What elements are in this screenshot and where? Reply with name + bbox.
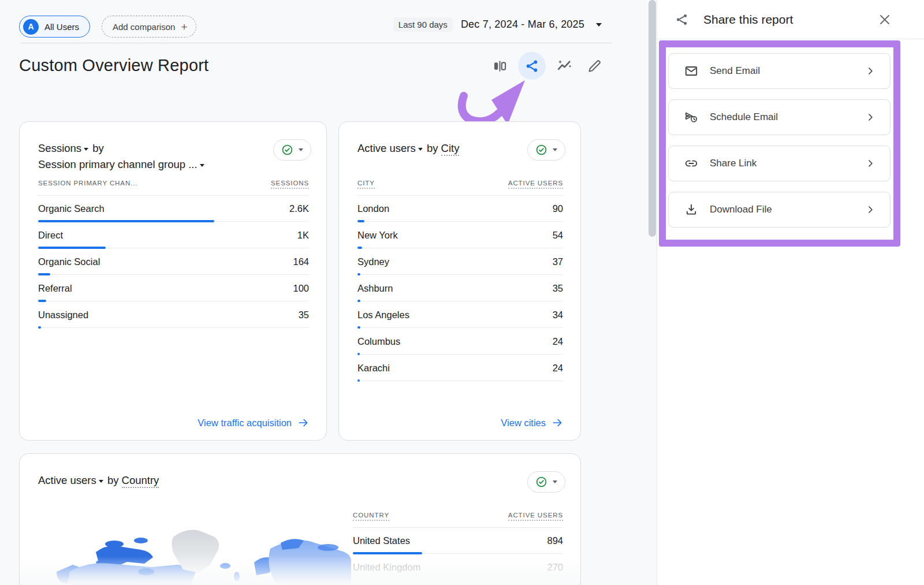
row-value: 24: [553, 363, 563, 374]
chevron-right-icon: [865, 65, 876, 77]
table-row[interactable]: Direct1K: [38, 222, 309, 249]
value-bar: [38, 273, 309, 275]
row-value: 54: [553, 230, 563, 241]
value-bar: [357, 220, 563, 222]
share-icon: [675, 12, 690, 27]
value-bar: [357, 247, 563, 249]
data-quality-pill[interactable]: [527, 139, 565, 161]
table-row[interactable]: Sydney37: [357, 249, 563, 275]
card-title[interactable]: Sessions by Session primary channel grou…: [38, 140, 206, 173]
all-users-segment-chip[interactable]: A All Users: [19, 16, 90, 38]
close-icon[interactable]: [878, 13, 892, 27]
download-file-option[interactable]: Download File: [668, 192, 891, 228]
card-title[interactable]: Active users by City: [357, 140, 459, 157]
row-label: United Kingdom: [353, 562, 420, 573]
data-quality-pill[interactable]: [273, 139, 311, 161]
active-users-by-city-card: Active users by City CITY ACTIVE USERS L…: [338, 121, 581, 441]
share-link-option[interactable]: Share Link: [668, 146, 891, 181]
view-traffic-acquisition-link[interactable]: View traffic acquisition: [198, 417, 309, 428]
row-label: Organic Search: [38, 203, 105, 214]
view-cities-link[interactable]: View cities: [501, 417, 563, 428]
row-label: Organic Social: [38, 256, 100, 267]
active-users-by-country-card: Active users by Country: [19, 453, 581, 585]
column-headers: SESSION PRIMARY CHAN... SESSIONS: [38, 180, 309, 189]
table-row[interactable]: London90: [357, 196, 563, 222]
row-value: 24: [553, 336, 563, 347]
row-value: 90: [553, 203, 563, 214]
data-quality-pill[interactable]: [527, 471, 565, 493]
table-row[interactable]: United Kingdom270: [353, 554, 563, 581]
sessions-by-channel-card: Sessions by Session primary channel grou…: [19, 121, 327, 441]
edit-report-button[interactable]: [583, 54, 606, 77]
table-row[interactable]: Los Angeles34: [357, 302, 563, 329]
date-range-picker[interactable]: Last 90 days Dec 7, 2024 - Mar 6, 2025: [393, 17, 602, 32]
plus-icon: +: [181, 21, 187, 32]
schedule-email-option[interactable]: Schedule Email: [668, 99, 891, 135]
value-bar: [38, 247, 309, 249]
sessions-table: Organic Search2.6KDirect1KOrganic Social…: [38, 196, 309, 329]
send-email-option[interactable]: Send Email: [668, 53, 891, 89]
chevron-down-icon: [418, 148, 423, 151]
row-value: 100: [293, 283, 309, 294]
row-value: 35: [553, 283, 563, 294]
sortable-column[interactable]: ACTIVE USERS: [508, 512, 563, 521]
date-range-text: Dec 7, 2024 - Mar 6, 2025: [461, 18, 584, 31]
segment-label: All Users: [44, 22, 79, 32]
panel-header: Share this report: [657, 0, 924, 39]
table-row[interactable]: Organic Search2.6K: [38, 196, 309, 222]
table-row[interactable]: Ashburn35: [357, 275, 563, 302]
table-row[interactable]: Organic Social164: [38, 249, 309, 275]
table-row[interactable]: Unassigned35: [38, 302, 309, 329]
row-label: Sydney: [357, 256, 389, 267]
row-value: 34: [553, 310, 563, 321]
value-bar: [357, 273, 563, 275]
annotation-highlight-box: Send EmailSchedule EmailShare LinkDownlo…: [659, 40, 900, 247]
chevron-down-icon: [99, 480, 103, 483]
value-bar: [38, 300, 309, 302]
chevron-down-icon: [553, 148, 557, 151]
panel-title: Share this report: [703, 13, 793, 27]
row-label: Unassigned: [38, 310, 88, 321]
add-comparison-button[interactable]: Add comparison +: [102, 16, 196, 38]
sortable-column[interactable]: CITY: [357, 180, 375, 189]
comparison-toggle-button[interactable]: [488, 54, 511, 77]
row-value: 2.6K: [289, 203, 309, 214]
share-report-button[interactable]: [518, 52, 546, 80]
check-circle-icon: [535, 476, 547, 488]
value-bar: [357, 353, 563, 355]
date-preset-badge: Last 90 days: [393, 17, 453, 32]
row-label: United States: [353, 535, 410, 546]
table-row[interactable]: United States894: [353, 528, 563, 554]
row-label: London: [357, 203, 389, 214]
option-label: Schedule Email: [710, 111, 778, 123]
toolbar-divider: [20, 43, 612, 43]
card-title[interactable]: Active users by Country: [38, 472, 159, 489]
table-row[interactable]: Referral100: [38, 275, 309, 302]
row-value: 270: [547, 562, 563, 573]
row-label: Los Angeles: [357, 310, 409, 321]
share-report-panel: Share this report Send EmailSchedule Ema…: [657, 0, 924, 585]
comparison-icon: [492, 58, 508, 74]
check-circle-icon: [281, 144, 293, 156]
sortable-column[interactable]: SESSIONS: [271, 180, 309, 189]
table-row[interactable]: Karachi24: [357, 355, 563, 382]
share-icon: [524, 58, 540, 74]
ga4-report-screen: A All Users Add comparison + Last 90 day…: [0, 0, 924, 585]
column-headers: CITY ACTIVE USERS: [357, 180, 563, 189]
cities-table: London90New York54Sydney37Ashburn35Los A…: [357, 196, 563, 382]
chevron-down-icon: [299, 148, 303, 151]
report-actions: [488, 52, 606, 80]
arrow-right-icon: [552, 417, 563, 428]
row-value: 35: [299, 310, 309, 321]
table-row[interactable]: New York54: [357, 222, 563, 249]
table-row[interactable]: Columbus24: [357, 329, 563, 355]
chevron-right-icon: [865, 111, 876, 123]
page-title: Custom Overview Report: [19, 56, 208, 75]
vertical-scrollbar[interactable]: [649, 0, 656, 237]
value-bar: [353, 579, 563, 581]
sortable-column[interactable]: COUNTRY: [353, 512, 389, 521]
sortable-column[interactable]: ACTIVE USERS: [508, 180, 563, 189]
insights-button[interactable]: [553, 54, 576, 77]
chevron-down-icon: [596, 23, 602, 27]
value-bar: [357, 326, 563, 329]
